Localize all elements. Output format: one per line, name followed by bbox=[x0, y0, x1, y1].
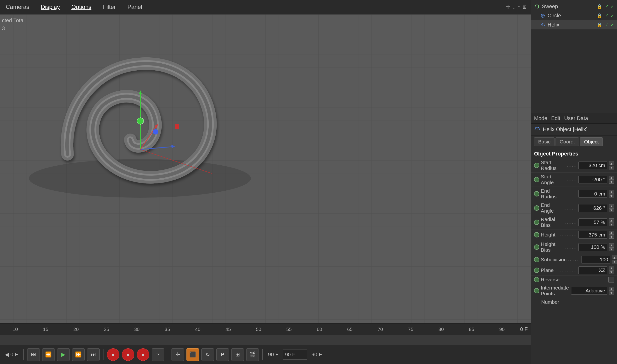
viewport-icon-down[interactable]: ↓ bbox=[512, 4, 515, 10]
prop-stepper-intermediate[interactable]: ▲ ▼ bbox=[609, 287, 614, 295]
prop-value-plane[interactable] bbox=[578, 266, 607, 274]
step-down[interactable]: ▼ bbox=[609, 222, 614, 226]
btn-select[interactable]: ⬛ bbox=[187, 348, 199, 361]
step-up[interactable]: ▲ bbox=[609, 287, 614, 291]
prop-value-end-radius[interactable] bbox=[578, 190, 607, 198]
tab-coord[interactable]: Coord. bbox=[555, 137, 579, 146]
prop-value-end-angle[interactable] bbox=[578, 204, 607, 212]
btn-move[interactable]: ✛ bbox=[172, 348, 184, 361]
menu-display[interactable]: Display bbox=[39, 3, 62, 11]
prop-stepper-subdivision[interactable]: ▲ ▼ bbox=[612, 256, 617, 263]
prop-row-end-angle: End Angle ........ ▲ ▼ bbox=[531, 201, 617, 215]
step-up[interactable]: ▲ bbox=[609, 231, 614, 234]
svg-point-7 bbox=[137, 118, 144, 124]
prop-title-bar: Helix Object [Helix] bbox=[531, 124, 617, 135]
ruler-mark: 55 bbox=[274, 327, 304, 332]
prop-icon-subdivision bbox=[534, 257, 539, 262]
btn-rotate[interactable]: ↻ bbox=[201, 348, 214, 361]
menu-cameras[interactable]: Cameras bbox=[4, 3, 31, 11]
viewport-icon-move[interactable]: ✛ bbox=[506, 4, 510, 10]
prop-userdata-btn[interactable]: User Data bbox=[564, 115, 588, 121]
sweep-render-icon[interactable]: ✓ bbox=[610, 4, 614, 9]
prop-label-intermediate: Intermediate Points bbox=[541, 285, 570, 297]
btn-scale[interactable]: P bbox=[216, 348, 229, 361]
scene-item-sweep[interactable]: Sweep 🔒 ✓ ✓ bbox=[531, 2, 617, 11]
step-up[interactable]: ▲ bbox=[609, 266, 614, 270]
number-row: Number bbox=[531, 298, 617, 306]
toolbar-separator bbox=[23, 349, 24, 360]
prop-checkbox-reverse[interactable] bbox=[608, 277, 614, 283]
step-down[interactable]: ▼ bbox=[609, 270, 614, 274]
scene-item-circle[interactable]: Circle 🔒 ✓ ✓ bbox=[531, 11, 617, 20]
prop-value-start-angle[interactable] bbox=[578, 176, 607, 183]
prop-edit-btn[interactable]: Edit bbox=[551, 115, 560, 121]
step-up[interactable]: ▲ bbox=[609, 218, 614, 222]
step-down[interactable]: ▼ bbox=[609, 235, 614, 239]
btn-grid[interactable]: ⊞ bbox=[231, 348, 244, 361]
ruler-right-label: 0 F bbox=[517, 326, 531, 332]
btn-render[interactable]: 🎬 bbox=[246, 348, 259, 361]
prop-value-start-radius[interactable] bbox=[578, 161, 607, 169]
prop-stepper-end-angle[interactable]: ▲ ▼ bbox=[609, 204, 614, 212]
viewport-icon-resize[interactable]: ⊞ bbox=[523, 4, 527, 10]
btn-record2[interactable]: ● bbox=[122, 348, 134, 361]
prop-value-intermediate[interactable] bbox=[571, 287, 607, 295]
step-up[interactable]: ▲ bbox=[609, 176, 614, 180]
step-up[interactable]: ▲ bbox=[609, 190, 614, 194]
scene-item-helix[interactable]: Helix 🔒 ✓ ✓ bbox=[531, 20, 617, 29]
prop-stepper-radial-bias[interactable]: ▲ ▼ bbox=[609, 218, 614, 226]
step-down[interactable]: ▼ bbox=[609, 291, 614, 295]
step-up[interactable]: ▲ bbox=[609, 243, 614, 247]
step-down[interactable]: ▼ bbox=[609, 194, 614, 198]
btn-help[interactable]: ? bbox=[152, 348, 164, 361]
prop-label-height: Height bbox=[541, 232, 559, 238]
menu-panel[interactable]: Panel bbox=[125, 3, 144, 11]
helix-visible-icon[interactable]: ✓ bbox=[605, 22, 609, 27]
right-panel: Sweep 🔒 ✓ ✓ Circle 🔒 ✓ ✓ bbox=[531, 0, 617, 364]
prop-stepper-end-radius[interactable]: ▲ ▼ bbox=[609, 190, 614, 198]
step-down[interactable]: ▼ bbox=[609, 247, 614, 251]
step-down[interactable]: ▼ bbox=[612, 260, 617, 263]
prop-stepper-start-angle[interactable]: ▲ ▼ bbox=[609, 176, 614, 184]
prop-value-subdivision[interactable] bbox=[581, 256, 610, 263]
prop-value-radial-bias[interactable] bbox=[578, 218, 607, 226]
btn-prev-frame[interactable]: ⏪ bbox=[42, 348, 55, 361]
circle-render-icon[interactable]: ✓ bbox=[610, 13, 614, 18]
toolbar-separator bbox=[168, 349, 168, 360]
step-up[interactable]: ▲ bbox=[609, 161, 614, 165]
prop-row-end-radius: End Radius ...... ▲ ▼ bbox=[531, 187, 617, 201]
prop-stepper-height[interactable]: ▲ ▼ bbox=[609, 231, 614, 239]
prop-stepper-height-bias[interactable]: ▲ ▼ bbox=[609, 243, 614, 251]
viewport-icon-up[interactable]: ↑ bbox=[518, 4, 520, 10]
btn-record3[interactable]: ● bbox=[137, 348, 149, 361]
prop-value-height[interactable] bbox=[578, 231, 607, 239]
sweep-visible-icon[interactable]: ✓ bbox=[605, 4, 609, 9]
viewport-ruler: 10 15 20 25 30 35 40 45 50 55 60 65 70 7… bbox=[0, 323, 531, 335]
step-down[interactable]: ▼ bbox=[609, 166, 614, 169]
btn-skip-start[interactable]: ⏮ bbox=[27, 348, 40, 361]
ruler-mark: 20 bbox=[61, 327, 91, 332]
prop-mode-btn[interactable]: Mode bbox=[534, 115, 547, 121]
frame-input[interactable] bbox=[283, 350, 307, 360]
viewport-3d[interactable]: cted Total 3 bbox=[0, 14, 531, 335]
step-up[interactable]: ▲ bbox=[612, 256, 617, 259]
btn-next-frame[interactable]: ⏩ bbox=[72, 348, 85, 361]
prop-stepper-start-radius[interactable]: ▲ ▼ bbox=[609, 161, 614, 169]
tab-basic[interactable]: Basic bbox=[534, 137, 554, 146]
btn-skip-end[interactable]: ⏭ bbox=[87, 348, 100, 361]
helix-render-icon[interactable]: ✓ bbox=[610, 22, 614, 27]
btn-record1[interactable]: ● bbox=[107, 348, 119, 361]
btn-play[interactable]: ▶ bbox=[57, 348, 70, 361]
step-down[interactable]: ▼ bbox=[609, 208, 614, 212]
tab-object[interactable]: Object bbox=[580, 137, 603, 146]
step-up[interactable]: ▲ bbox=[609, 204, 614, 208]
scene-helix-label: Helix bbox=[548, 22, 595, 28]
prop-stepper-plane[interactable]: ▲ ▼ bbox=[609, 266, 614, 274]
menu-filter[interactable]: Filter bbox=[101, 3, 118, 11]
prop-value-height-bias[interactable] bbox=[578, 243, 607, 251]
circle-visible-icon[interactable]: ✓ bbox=[605, 13, 609, 18]
prop-dots-start-radius: ...... bbox=[567, 163, 577, 168]
prop-label-end-angle: End Angle bbox=[541, 202, 562, 214]
menu-options[interactable]: Options bbox=[69, 3, 93, 11]
step-down[interactable]: ▼ bbox=[609, 180, 614, 184]
